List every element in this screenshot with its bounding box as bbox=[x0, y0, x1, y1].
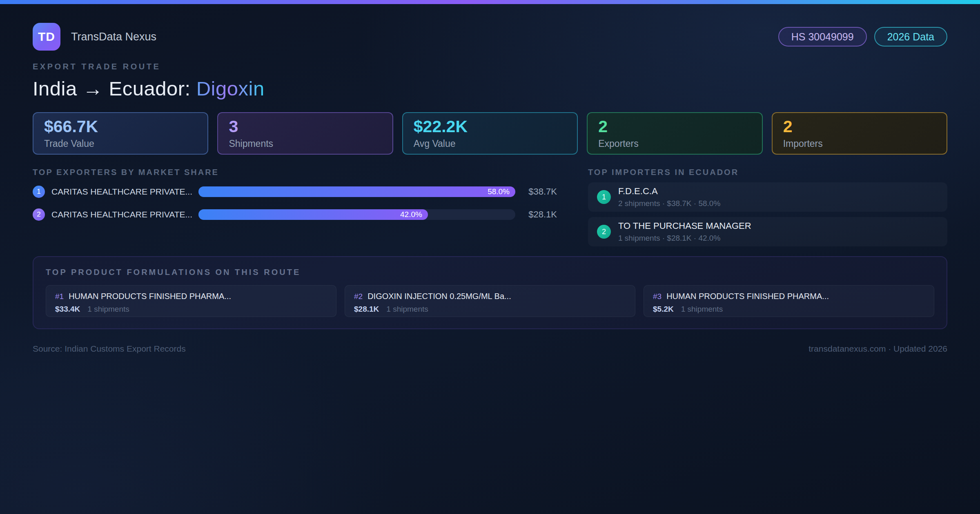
importer-row[interactable]: 2 TO THE PURCHASE MANAGER 1 shipments · … bbox=[588, 217, 947, 246]
app-title: TransData Nexus bbox=[71, 31, 156, 43]
stat-label: Exporters bbox=[598, 138, 751, 149]
formulation-value: $28.1K bbox=[354, 305, 379, 314]
formulation-card[interactable]: #2 DIGOXIN INJECTION 0.25MG/ML Ba... $28… bbox=[345, 285, 635, 317]
route-title-text: India → Ecuador: bbox=[33, 78, 196, 100]
rank-badge: 2 bbox=[597, 225, 611, 239]
stat-value: 2 bbox=[598, 117, 751, 136]
formulation-name: DIGOXIN INJECTION 0.25MG/ML Ba... bbox=[368, 292, 511, 301]
section-heading-importers: TOP IMPORTERS IN ECUADOR bbox=[588, 168, 947, 177]
market-share-bar-track: 58.0% bbox=[198, 186, 515, 197]
market-share-bar: 58.0% bbox=[198, 186, 515, 197]
market-share-bar-track: 42.0% bbox=[198, 209, 515, 220]
rank-badge: 1 bbox=[597, 190, 611, 204]
formulation-title-line: #2 DIGOXIN INJECTION 0.25MG/ML Ba... bbox=[354, 292, 626, 301]
importer-name: F.D.E.C.A bbox=[618, 186, 720, 197]
stat-card-exporters: 2 Exporters bbox=[587, 112, 762, 155]
stat-card-importers: 2 Importers bbox=[772, 112, 947, 155]
stat-value: 3 bbox=[229, 117, 381, 136]
rank-badge: 2 bbox=[33, 208, 45, 221]
year-data-badge[interactable]: 2026 Data bbox=[874, 27, 947, 47]
importer-meta: 1 shipments · $28.1K · 42.0% bbox=[618, 234, 751, 243]
importer-name: TO THE PURCHASE MANAGER bbox=[618, 221, 751, 231]
formulation-shipments: 1 shipments bbox=[681, 305, 723, 314]
stat-value: $66.7K bbox=[44, 117, 197, 136]
stat-value: 2 bbox=[783, 117, 936, 136]
dashboard-page: TD TransData Nexus HS 30049099 2026 Data… bbox=[0, 4, 980, 354]
hero-section: EXPORT TRADE ROUTE India → Ecuador: Digo… bbox=[33, 62, 947, 100]
share-percent-label: 42.0% bbox=[400, 210, 422, 219]
formulation-shipments: 1 shipments bbox=[386, 305, 428, 314]
formulation-name: HUMAN PRODUCTS FINISHED PHARMA... bbox=[69, 292, 231, 301]
formulation-rank: #1 bbox=[55, 292, 64, 301]
formulation-title-line: #1 HUMAN PRODUCTS FINISHED PHARMA... bbox=[55, 292, 327, 301]
formulation-shipments: 1 shipments bbox=[87, 305, 129, 314]
page-title: India → Ecuador: Digoxin bbox=[33, 77, 947, 100]
section-heading-formulations: TOP PRODUCT FORMULATIONS ON THIS ROUTE bbox=[46, 268, 934, 277]
footer-source: Source: Indian Customs Export Records bbox=[33, 344, 186, 354]
formulations-panel: TOP PRODUCT FORMULATIONS ON THIS ROUTE #… bbox=[33, 256, 947, 329]
footer-site: transdatanexus.com · Updated 2026 bbox=[808, 344, 947, 354]
app-header: TD TransData Nexus HS 30049099 2026 Data bbox=[33, 23, 947, 51]
section-heading-exporters: TOP EXPORTERS BY MARKET SHARE bbox=[33, 168, 557, 177]
stat-card-shipments: 3 Shipments bbox=[217, 112, 393, 155]
formulation-card[interactable]: #1 HUMAN PRODUCTS FINISHED PHARMA... $33… bbox=[46, 285, 336, 317]
formulation-card[interactable]: #3 HUMAN PRODUCTS FINISHED PHARMA... $5.… bbox=[644, 285, 934, 317]
exporter-value: $28.1K bbox=[521, 209, 557, 220]
formulation-value: $5.2K bbox=[653, 305, 674, 314]
formulation-value: $33.4K bbox=[55, 305, 80, 314]
eyebrow-label: EXPORT TRADE ROUTE bbox=[33, 62, 947, 71]
header-badges: HS 30049099 2026 Data bbox=[778, 27, 947, 47]
stat-value: $22.2K bbox=[414, 117, 566, 136]
formulation-title-line: #3 HUMAN PRODUCTS FINISHED PHARMA... bbox=[653, 292, 925, 301]
formulation-meta-line: $28.1K 1 shipments bbox=[354, 305, 626, 314]
formulation-rank: #3 bbox=[653, 292, 662, 301]
share-percent-label: 58.0% bbox=[488, 187, 510, 196]
stat-cards-row: $66.7K Trade Value 3 Shipments $22.2K Av… bbox=[33, 112, 947, 155]
stat-label: Trade Value bbox=[44, 138, 197, 149]
stat-card-avg-value: $22.2K Avg Value bbox=[402, 112, 578, 155]
importer-row[interactable]: 1 F.D.E.C.A 2 shipments · $38.7K · 58.0% bbox=[588, 182, 947, 212]
exporter-name: CARITAS HEALTHCARE PRIVATE... bbox=[51, 210, 192, 219]
page-footer: Source: Indian Customs Export Records tr… bbox=[33, 344, 947, 354]
stat-label: Shipments bbox=[229, 138, 381, 149]
market-share-bar: 42.0% bbox=[198, 209, 428, 220]
exporter-row: 2 CARITAS HEALTHCARE PRIVATE... 42.0% $2… bbox=[33, 206, 557, 223]
exporter-value: $38.7K bbox=[521, 186, 557, 197]
importer-meta: 2 shipments · $38.7K · 58.0% bbox=[618, 199, 720, 208]
stat-label: Importers bbox=[783, 138, 936, 149]
brand: TD TransData Nexus bbox=[33, 23, 156, 51]
middle-columns: TOP EXPORTERS BY MARKET SHARE 1 CARITAS … bbox=[33, 168, 947, 246]
app-logo: TD bbox=[33, 23, 60, 51]
hs-code-badge[interactable]: HS 30049099 bbox=[778, 27, 867, 47]
rank-badge: 1 bbox=[33, 186, 45, 198]
exporter-name: CARITAS HEALTHCARE PRIVATE... bbox=[51, 187, 192, 197]
exporter-row: 1 CARITAS HEALTHCARE PRIVATE... 58.0% $3… bbox=[33, 184, 557, 200]
stat-label: Avg Value bbox=[414, 138, 566, 149]
accent-gradient-bar bbox=[0, 0, 980, 4]
formulation-meta-line: $33.4K 1 shipments bbox=[55, 305, 327, 314]
top-exporters-section: TOP EXPORTERS BY MARKET SHARE 1 CARITAS … bbox=[33, 168, 557, 246]
formulation-rank: #2 bbox=[354, 292, 363, 301]
importer-info: TO THE PURCHASE MANAGER 1 shipments · $2… bbox=[618, 221, 751, 243]
product-title-highlight: Digoxin bbox=[196, 78, 265, 100]
stat-card-trade-value: $66.7K Trade Value bbox=[33, 112, 208, 155]
importer-info: F.D.E.C.A 2 shipments · $38.7K · 58.0% bbox=[618, 186, 720, 208]
top-importers-section: TOP IMPORTERS IN ECUADOR 1 F.D.E.C.A 2 s… bbox=[588, 168, 947, 246]
formulation-meta-line: $5.2K 1 shipments bbox=[653, 305, 925, 314]
formulation-name: HUMAN PRODUCTS FINISHED PHARMA... bbox=[666, 292, 829, 301]
formulation-cards-row: #1 HUMAN PRODUCTS FINISHED PHARMA... $33… bbox=[46, 285, 934, 317]
